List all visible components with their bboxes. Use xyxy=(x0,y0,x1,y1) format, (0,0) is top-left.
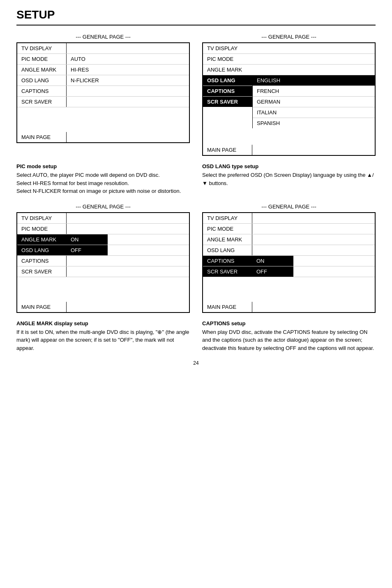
menu-row: TV DISPLAY xyxy=(17,43,189,54)
menu-cell-tv-display-val xyxy=(67,43,108,53)
menu-cell-pic-mode: PIC MODE xyxy=(17,54,67,64)
angle-mark-description: ANGLE MARK display setup If it is set to… xyxy=(16,320,190,352)
menu-cell-captions: CAPTIONS xyxy=(17,256,67,266)
menu-spacer xyxy=(17,124,189,132)
menu-row: OSD LANG xyxy=(203,245,375,256)
menu-cell-captions-val: ON xyxy=(252,256,293,266)
menu-row: CAPTIONS xyxy=(17,86,189,97)
captions-title: CAPTIONS setup xyxy=(202,320,376,326)
menu-row: SCR SAVER xyxy=(203,97,252,107)
page-title: SETUP xyxy=(16,8,376,25)
menu-row: ANGLE MARK xyxy=(203,234,375,245)
menu-cell-scr-saver-selected: SCR SAVER xyxy=(203,266,252,277)
menu-cell-main-page-val xyxy=(67,132,108,142)
menu-cell-main-page-val xyxy=(252,145,293,155)
menu-spacer xyxy=(203,128,375,137)
menu-row: ANGLE MARK ON xyxy=(17,234,189,245)
menu-row: PIC MODE xyxy=(203,54,375,65)
bottom-left-menu-col: --- GENERAL PAGE --- TV DISPLAY PIC MODE… xyxy=(16,204,190,313)
menu-cell-angle-mark-val: ON xyxy=(67,234,108,245)
captions-text: When play DVD disc, activate the CAPTION… xyxy=(202,328,376,352)
menu-cell-captions-selected: CAPTIONS xyxy=(203,86,252,96)
menu-cell-tv-display: TV DISPLAY xyxy=(203,43,375,53)
menu-cell-osd-lang-selected: OSD LANG xyxy=(17,245,67,255)
menu-spacer xyxy=(203,285,375,294)
menu-row: OSD LANG OFF xyxy=(17,245,189,256)
menu-cell-captions: CAPTIONS xyxy=(17,86,67,96)
lang-option-spanish: SPANISH xyxy=(253,118,375,128)
menu-cell-scr-saver-val: OFF xyxy=(252,266,293,277)
menu-row: PIC MODE xyxy=(17,224,189,234)
menu-cell-main-page-val xyxy=(252,302,293,312)
menu-cell-osd-lang-val: OFF xyxy=(67,245,108,255)
menu-cell-tv-display: TV DISPLAY xyxy=(17,43,67,53)
menu-cell-scr-saver-val xyxy=(67,266,108,277)
menu-cell-tv-display: TV DISPLAY xyxy=(17,213,67,223)
bottom-left-general-label: --- GENERAL PAGE --- xyxy=(16,204,190,210)
menu-cell-scr-saver-val xyxy=(67,97,108,107)
lang-option-french: FRENCH xyxy=(253,86,375,97)
menu-row: TV DISPLAY xyxy=(203,43,375,54)
osd-lang-description: OSD LANG type setup Select the preferred… xyxy=(202,163,376,195)
menu-spacer xyxy=(17,277,189,285)
menu-cell-osd-lang-val: N-FLICKER xyxy=(67,75,108,86)
lang-option-english: ENGLISH xyxy=(253,75,375,86)
menu-cell-osd-lang: OSD LANG xyxy=(203,245,252,255)
menu-row: PIC MODE xyxy=(203,224,375,234)
menu-cell-pic-mode: PIC MODE xyxy=(203,54,375,64)
menu-cell-pic-mode: PIC MODE xyxy=(17,224,67,234)
menu-row-main-page: MAIN PAGE xyxy=(17,302,189,312)
captions-description: CAPTIONS setup When play DVD disc, activ… xyxy=(202,320,376,352)
pic-mode-title: PIC mode setup xyxy=(16,163,190,169)
menu-cell-captions-selected: CAPTIONS xyxy=(203,256,252,266)
menu-row: TV DISPLAY xyxy=(17,213,189,224)
menu-spacer xyxy=(17,116,189,124)
menu-cell-main-page-val xyxy=(67,302,108,312)
menu-cell-angle-mark-val xyxy=(252,234,293,245)
menu-row: PIC MODE AUTO xyxy=(17,54,189,65)
menu-spacer xyxy=(17,107,189,116)
menu-cell-captions-val xyxy=(67,86,108,96)
bottom-right-menu-col: --- GENERAL PAGE --- TV DISPLAY PIC MODE… xyxy=(202,204,376,313)
lang-options-panel: ENGLISH FRENCH GERMAN ITALIAN SPANISH xyxy=(252,75,375,128)
menu-cell-osd-lang-selected: OSD LANG xyxy=(203,75,252,86)
lang-option-german: GERMAN xyxy=(253,97,375,107)
menu-row-main-page: MAIN PAGE xyxy=(203,302,375,312)
menu-cell-captions-val xyxy=(67,256,108,266)
menu-cell-scr-saver: SCR SAVER xyxy=(17,266,67,277)
menu-cell-main-page: MAIN PAGE xyxy=(17,132,67,142)
menu-row: CAPTIONS xyxy=(17,256,189,266)
menu-row: ANGLE MARK xyxy=(203,65,375,75)
menu-spacer xyxy=(203,277,375,285)
menu-row-main-page: MAIN PAGE xyxy=(203,145,375,155)
menu-cell-angle-mark-selected: ANGLE MARK xyxy=(17,234,67,245)
menu-spacer xyxy=(17,285,189,294)
menu-cell-main-page: MAIN PAGE xyxy=(17,302,67,312)
menu-spacer xyxy=(17,294,189,302)
menu-spacer xyxy=(203,294,375,302)
osd-lang-text: Select the preferred OSD (On Screen Disp… xyxy=(202,171,376,187)
menu-cell-angle-mark: ANGLE MARK xyxy=(203,65,375,75)
menu-row: SCR SAVER OFF xyxy=(203,266,375,277)
top-left-general-label: --- GENERAL PAGE --- xyxy=(16,34,190,40)
menu-cell-pic-mode-val xyxy=(252,224,293,234)
menu-row-main-page: MAIN PAGE xyxy=(17,132,189,142)
pic-mode-text: Select AUTO, the player PIC mode will de… xyxy=(16,171,190,195)
menu-row: CAPTIONS xyxy=(203,86,252,97)
menu-cell-tv-display: TV DISPLAY xyxy=(203,213,252,223)
top-left-menu-box: TV DISPLAY PIC MODE AUTO ANGLE MARK HI-R… xyxy=(16,42,190,143)
menu-cell-osd-lang: OSD LANG xyxy=(17,75,67,86)
lang-option-italian: ITALIAN xyxy=(253,107,375,118)
top-right-menu-box: TV DISPLAY PIC MODE ANGLE MARK OSD LANG … xyxy=(202,42,376,156)
menu-row: CAPTIONS ON xyxy=(203,256,375,266)
menu-cell-scr-saver-selected: SCR SAVER xyxy=(203,97,252,107)
menu-spacer xyxy=(203,137,375,145)
top-left-menu-col: --- GENERAL PAGE --- TV DISPLAY PIC MODE… xyxy=(16,34,190,156)
bottom-right-general-label: --- GENERAL PAGE --- xyxy=(202,204,376,210)
menu-cell-osd-lang-val xyxy=(252,245,293,255)
bottom-right-menu-box: TV DISPLAY PIC MODE ANGLE MARK OSD LANG … xyxy=(202,212,376,313)
menu-cell-main-page: MAIN PAGE xyxy=(203,302,252,312)
menu-row: TV DISPLAY xyxy=(203,213,375,224)
menu-row: OSD LANG N-FLICKER xyxy=(17,75,189,86)
menu-cell-angle-mark-val: HI-RES xyxy=(67,65,108,75)
